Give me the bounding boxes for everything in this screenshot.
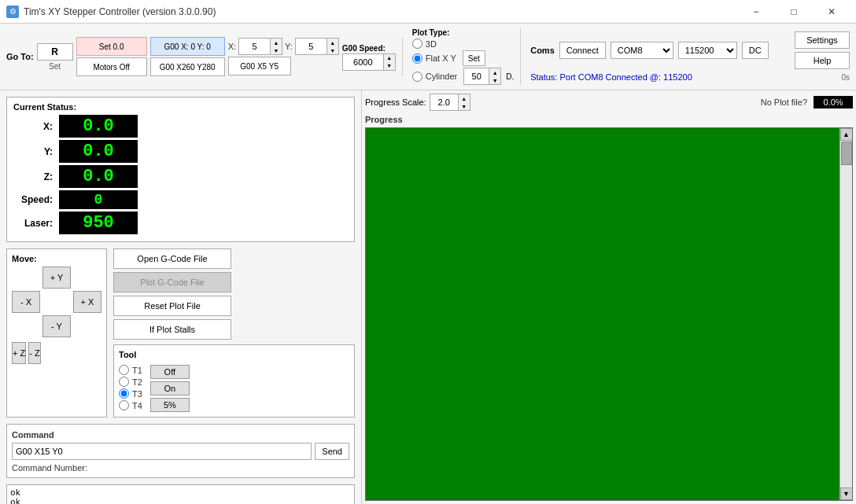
speed-status-label: Speed: <box>13 194 53 205</box>
tool-on-button[interactable]: On <box>150 381 190 395</box>
t1-label: T1 <box>132 366 142 375</box>
t3-radio[interactable] <box>119 388 129 399</box>
t1-radio[interactable] <box>119 365 129 375</box>
feedback-line-1: ok <box>10 488 351 498</box>
progress-scale-input[interactable] <box>430 94 458 111</box>
scroll-down-button[interactable]: ▼ <box>840 487 853 500</box>
right-panel: Progress Scale: ▲ ▼ No Plot file? 0.0% P… <box>362 90 856 504</box>
baud-rate-select[interactable]: 115200 <box>678 42 737 59</box>
plot-3d-radio[interactable] <box>412 39 422 49</box>
tool-panel: Tool T1 T2 <box>113 344 355 418</box>
scroll-track <box>840 141 853 487</box>
y-spinner[interactable]: ▲ ▼ <box>295 38 339 55</box>
tool-pct-button[interactable]: 5% <box>150 398 190 412</box>
plot-flat-radio[interactable] <box>412 53 422 64</box>
plot-type-label: Plot Type: <box>412 28 450 37</box>
x-status-label: X: <box>13 121 53 132</box>
speed-up-btn[interactable]: ▲ <box>384 54 395 62</box>
settings-button[interactable]: Settings <box>795 31 850 49</box>
move-down-button[interactable]: - Y <box>42 315 71 337</box>
y-input[interactable] <box>295 38 327 55</box>
x-spinner[interactable]: ▲ ▼ <box>238 38 282 55</box>
t4-radio[interactable] <box>119 400 129 410</box>
plot-cylinder-radio[interactable] <box>412 72 422 82</box>
minimize-button[interactable]: − <box>738 4 774 20</box>
reset-plot-button[interactable]: Reset Plot File <box>113 296 231 316</box>
x-status-value: 0.0 <box>59 115 138 138</box>
t4-label: T4 <box>132 401 142 410</box>
close-button[interactable]: ✕ <box>814 4 850 20</box>
move-right-button[interactable]: + X <box>73 291 101 313</box>
scale-down-btn[interactable]: ▼ <box>459 102 470 110</box>
plot-flat-label: Flat X Y <box>426 53 456 63</box>
z-status-value: 0.0 <box>59 165 138 188</box>
plot-cylinder-label: Cylinder <box>426 72 457 81</box>
progress-pct: 0.0% <box>814 96 853 109</box>
plot-scrollbar[interactable]: ▲ ▼ <box>839 128 852 500</box>
dc-button[interactable]: DC <box>742 42 769 59</box>
current-status-title: Current Status: <box>13 102 348 112</box>
g00-speed-group: G00 Speed: ▲ ▼ <box>342 43 396 71</box>
maximize-button[interactable]: □ <box>776 4 812 20</box>
scroll-thumb[interactable] <box>841 142 852 165</box>
move-z-plus-button[interactable]: + Z <box>12 342 26 364</box>
move-up-button[interactable]: + Y <box>42 267 71 289</box>
x-down-btn[interactable]: ▼ <box>271 46 282 54</box>
move-title: Move: <box>12 254 101 263</box>
mid-section: Move: + Y - X + X - Y + Z - Z <box>6 248 355 418</box>
cylinder-up-btn[interactable]: ▲ <box>489 68 500 76</box>
no-plot-label: No Plot file? <box>761 97 807 107</box>
coms-row: Coms Connect COM8 115200 DC Settings Hel… <box>530 31 850 69</box>
x-coord-label: X: <box>228 42 236 51</box>
window-controls: − □ ✕ <box>738 4 850 20</box>
no-plot-row: No Plot file? 0.0% <box>761 96 853 109</box>
move-left-button[interactable]: - X <box>12 291 40 313</box>
y-status-value: 0.0 <box>59 140 138 163</box>
y-coord-label: Y: <box>285 42 293 51</box>
tool-action-buttons: Off On 5% <box>150 365 190 412</box>
cylinder-down-btn[interactable]: ▼ <box>489 76 500 84</box>
tool-off-button[interactable]: Off <box>150 365 190 379</box>
connect-button[interactable]: Connect <box>559 42 606 59</box>
t2-label: T2 <box>132 377 142 387</box>
g00-x5y5-button[interactable]: G00 X5 Y5 <box>228 57 291 75</box>
open-gcode-button[interactable]: Open G-Code File <box>113 248 231 269</box>
coms-section: Coms Connect COM8 115200 DC Settings Hel… <box>530 31 850 82</box>
set-value-button[interactable]: Set 0.0 <box>76 37 147 56</box>
tool-radios: T1 T2 T3 <box>119 365 142 412</box>
y-up-btn[interactable]: ▲ <box>327 39 338 46</box>
g00-pos-button[interactable]: G00 X: 0 Y: 0 <box>150 37 225 56</box>
g00-speed-label: G00 Speed: <box>342 43 396 53</box>
com-port-select[interactable]: COM8 <box>611 42 673 59</box>
progress-scale-label: Progress Scale: <box>365 97 426 107</box>
plot-stalls-button[interactable]: If Plot Stalls <box>113 319 231 340</box>
set-plot-btn[interactable]: Set <box>463 50 485 66</box>
x-up-btn[interactable]: ▲ <box>271 39 282 46</box>
tool-content: T1 T2 T3 <box>119 365 349 412</box>
r-set-group: R Set <box>37 43 73 71</box>
current-status-panel: Current Status: X: 0.0 Y: 0.0 Z: 0.0 Spe… <box>6 97 355 242</box>
y-down-btn[interactable]: ▼ <box>327 46 338 54</box>
r-button[interactable]: R <box>37 43 73 61</box>
motors-off-button[interactable]: Motors Off <box>76 57 147 76</box>
t2-radio[interactable] <box>119 377 129 387</box>
command-input[interactable] <box>12 443 312 460</box>
scroll-up-button[interactable]: ▲ <box>840 128 853 141</box>
speed-input[interactable] <box>342 53 383 71</box>
gcode-tool-area: Open G-Code File Plot G-Code File Reset … <box>113 248 355 418</box>
main-content: Go To: R Set Set 0.0 Motors Off G00 X: 0… <box>0 24 856 504</box>
help-button[interactable]: Help <box>795 52 850 69</box>
x-input[interactable] <box>238 38 270 55</box>
cylinder-input[interactable] <box>463 68 489 85</box>
scale-up-btn[interactable]: ▲ <box>459 94 470 102</box>
send-button[interactable]: Send <box>315 443 349 460</box>
speed-down-btn[interactable]: ▼ <box>384 62 395 70</box>
move-z-minus-button[interactable]: - Z <box>28 342 40 364</box>
plot-canvas: ▲ ▼ <box>365 127 853 501</box>
plot-3d-label: 3D <box>426 39 437 49</box>
move-panel: Move: + Y - X + X - Y + Z - Z <box>6 248 107 418</box>
timer-label: 0s <box>841 73 850 82</box>
progress-header: Progress Scale: ▲ ▼ No Plot file? 0.0% <box>365 94 853 111</box>
g00-x260-button[interactable]: G00 X260 Y280 <box>150 57 225 76</box>
laser-status-value: 950 <box>59 212 138 234</box>
